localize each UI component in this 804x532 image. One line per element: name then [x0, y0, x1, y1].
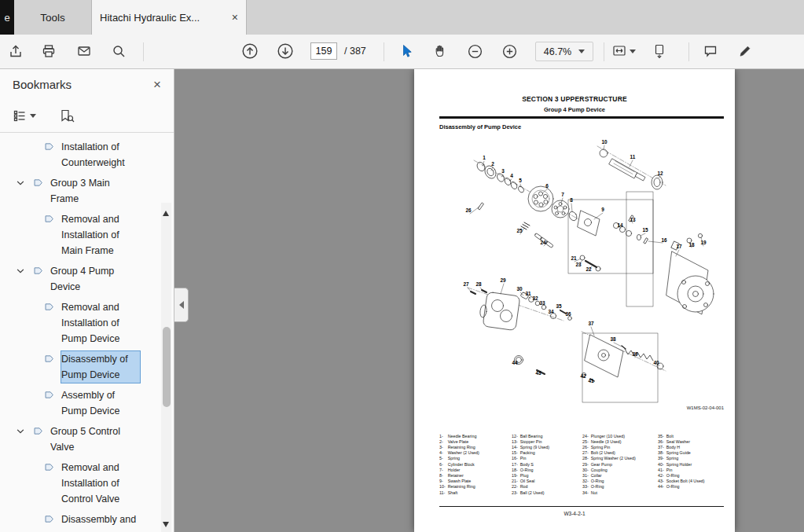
callout-number: 5: [519, 178, 522, 183]
part-entry: 41-Pin: [658, 468, 724, 473]
callout-number: 32: [532, 295, 538, 301]
part-entry: 22-Rod: [512, 485, 582, 490]
part-entry: 5-Spring: [439, 457, 512, 462]
bookmark-group-item[interactable]: Group 4 Pump Device: [0, 263, 161, 295]
callout-number: 23: [575, 262, 582, 267]
page-total: 387: [350, 46, 366, 57]
comment-button[interactable]: [699, 40, 721, 62]
scrollbar-thumb[interactable]: [163, 327, 171, 407]
select-tool-button[interactable]: [395, 40, 417, 62]
part-entry: 37-Body H: [658, 445, 724, 450]
toolbar-divider: [604, 42, 604, 61]
scroll-down-arrow[interactable]: [163, 522, 169, 527]
callout-number: 31: [525, 291, 531, 296]
bookmark-icon: [44, 139, 61, 152]
bookmark-label: Disassembly and: [61, 512, 136, 527]
pen-button[interactable]: [734, 40, 756, 62]
print-button[interactable]: [38, 40, 60, 62]
page-number-input[interactable]: [310, 42, 337, 60]
zoom-out-button[interactable]: [464, 40, 486, 62]
sidebar-scrollbar[interactable]: [161, 203, 171, 532]
tab-tools[interactable]: Tools: [22, 0, 83, 35]
bookmark-group-item[interactable]: Group 3 Main Frame: [0, 175, 161, 207]
tab-document[interactable]: Hitachi Hydraulic Ex... ×: [91, 0, 247, 35]
next-page-button[interactable]: [274, 40, 296, 62]
bookmark-label: Removal and Installation of Pump Device: [61, 299, 140, 347]
callout-number: 14: [617, 222, 623, 228]
bookmark-item[interactable]: Assembly of Pump Device: [0, 387, 161, 419]
bookmark-item[interactable]: Removal and Installation of Pump Device: [0, 299, 161, 347]
part-entry: 44-O-Ring: [658, 485, 724, 490]
menu-fragment[interactable]: e: [0, 0, 14, 35]
close-icon[interactable]: ×: [232, 12, 238, 23]
part-entry: 39-Spring: [658, 457, 724, 462]
bookmark-label: Group 5 Control Valve: [50, 424, 129, 455]
hand-icon: [433, 43, 449, 59]
part-entry: 25-Needle (3 Used): [582, 439, 658, 445]
bookmark-options-button[interactable]: [9, 105, 39, 126]
bookmark-item[interactable]: Disassembly and: [0, 512, 161, 527]
part-entry: 35-Bolt: [658, 434, 724, 439]
callout-number: 7: [561, 192, 564, 197]
page-fit-button[interactable]: [608, 40, 639, 62]
exploded-diagram: 1234567891011121314151617181921222324252…: [436, 132, 735, 415]
zoom-out-icon: [467, 43, 483, 60]
part-entry: 6-Cylinder Block: [439, 462, 512, 468]
callout-number: 41: [588, 378, 594, 383]
close-panel-button[interactable]: ×: [153, 78, 161, 91]
hand-tool-button[interactable]: [430, 40, 452, 62]
chevron-down-icon[interactable]: [16, 263, 33, 276]
find-bookmark-icon: [60, 108, 75, 123]
main-area: Bookmarks × Installation of Counterweigh…: [0, 69, 804, 532]
callout-number: 28: [475, 281, 482, 287]
tab-bar: e Tools Hitachi Hydraulic Ex... ×: [0, 0, 804, 35]
comment-bubble-icon: [703, 43, 718, 59]
callout-number: 44: [512, 360, 518, 365]
expand-current-bookmark-button[interactable]: [57, 105, 78, 127]
bookmark-icon: [33, 424, 50, 436]
main-toolbar: / 387 46.7%: [0, 35, 804, 69]
callout-number: 6: [545, 183, 549, 189]
email-button[interactable]: [73, 40, 95, 62]
callout-number: 25: [516, 228, 523, 233]
toolbar-divider: [688, 42, 689, 61]
bookmark-icon: [44, 211, 61, 224]
bookmark-item[interactable]: Removal and Installation of Control Valv…: [0, 460, 161, 507]
parts-column: 12-Ball Bearing13-Stopper Pin14-Spring (…: [512, 434, 582, 496]
fit-width-icon: [611, 43, 627, 59]
callout-number: 13: [630, 217, 636, 222]
bookmark-group-item[interactable]: Group 5 Control Valve: [0, 424, 161, 455]
callout-number: 24: [540, 240, 546, 245]
panel-collapse-handle[interactable]: [174, 288, 189, 322]
chevron-down-icon[interactable]: [16, 175, 33, 188]
bookmarks-panel: Bookmarks × Installation of Counterweigh…: [0, 69, 174, 532]
search-button[interactable]: [108, 40, 130, 62]
part-entry: 8-Retainer: [439, 473, 512, 479]
bookmark-item[interactable]: Disassembly of Pump Device: [0, 351, 161, 383]
share-icon: [8, 43, 24, 59]
bookmark-item[interactable]: Removal and Installation of Main Frame: [0, 211, 161, 259]
callout-number: 43: [535, 370, 542, 376]
callout-number: 39: [632, 351, 638, 357]
scroll-up-arrow[interactable]: [163, 211, 169, 216]
part-entry: 43-Socket Bolt (4 Used): [658, 479, 724, 485]
bookmark-item[interactable]: Installation of Counterweight: [0, 139, 161, 171]
callout-number: 4: [510, 173, 513, 178]
scroll-mode-button[interactable]: [648, 40, 670, 62]
share-button[interactable]: [5, 40, 27, 62]
chevron-down-icon[interactable]: [16, 424, 33, 436]
search-icon: [111, 43, 127, 59]
zoom-level-dropdown[interactable]: 46.7%: [535, 42, 593, 61]
bookmark-label: Removal and Installation of Control Valv…: [61, 460, 140, 507]
parts-column: 24-Plunger (10 Used)25-Needle (3 Used)26…: [582, 434, 658, 496]
document-view[interactable]: SECTION 3 UPPERSTRUCTURE Group 4 Pump De…: [174, 69, 804, 532]
part-entry: 36-Seal Washer: [658, 439, 724, 445]
zoom-in-button[interactable]: [498, 40, 520, 62]
printer-icon: [41, 43, 57, 59]
part-entry: 38-Spring Guide: [658, 451, 724, 457]
part-entry: 21-Oil Seal: [512, 479, 582, 485]
bookmark-label: Assembly of Pump Device: [61, 387, 140, 419]
callout-number: 37: [588, 321, 594, 326]
previous-page-button[interactable]: [239, 40, 261, 62]
figure-id: W1MS-02-04-001: [687, 405, 724, 410]
